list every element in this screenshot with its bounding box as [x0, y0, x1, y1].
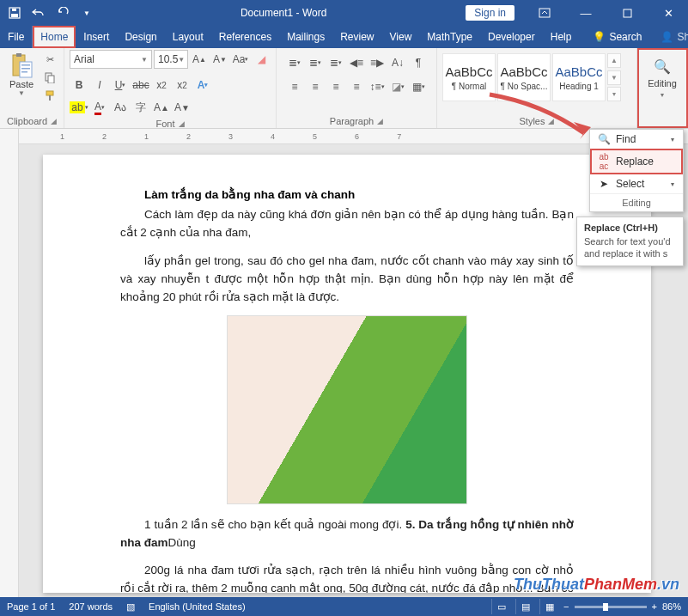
zoom-slider[interactable]	[575, 606, 647, 608]
quick-access-toolbar: ▼	[0, 3, 101, 22]
justify-button[interactable]: ≡	[347, 77, 366, 96]
tab-mathtype[interactable]: MathType	[419, 26, 480, 48]
status-words[interactable]: 207 words	[69, 601, 113, 612]
ribbon-options-icon[interactable]	[525, 0, 564, 26]
minimize-button[interactable]: —	[566, 0, 606, 26]
borders-button[interactable]: ▦▾	[409, 77, 428, 96]
doc-heading: Làm trắng da bằng nha đam và chanh	[120, 187, 574, 201]
multilevel-button[interactable]: ≣▾	[326, 53, 345, 72]
tab-design[interactable]: Design	[117, 26, 164, 48]
styles-up-button[interactable]: ▲	[607, 53, 621, 68]
svg-rect-8	[21, 64, 30, 66]
tab-layout[interactable]: Layout	[165, 26, 211, 48]
font-launcher-icon[interactable]: ◢	[179, 119, 185, 128]
line-spacing-button[interactable]: ↕≡▾	[368, 77, 387, 96]
text-effects-button[interactable]: A▾	[193, 76, 212, 95]
decrease-indent-button[interactable]: ◀≡	[347, 53, 366, 72]
tab-insert[interactable]: Insert	[76, 26, 117, 48]
chevron-down-icon: ▼	[178, 56, 185, 64]
status-language[interactable]: English (United States)	[149, 601, 246, 612]
shrink-font2-button[interactable]: A▼	[173, 98, 192, 117]
zoom-level[interactable]: 86%	[662, 601, 681, 612]
tab-review[interactable]: Review	[332, 26, 381, 48]
shrink-font-button[interactable]: A▼	[210, 50, 229, 69]
character-shading-button[interactable]: Aა	[111, 98, 130, 117]
styles-more-button[interactable]: ▾	[607, 87, 621, 101]
chevron-down-icon: ▼	[141, 56, 148, 64]
redo-icon[interactable]	[53, 3, 72, 22]
tab-view[interactable]: View	[382, 26, 420, 48]
align-center-button[interactable]: ≡	[306, 77, 325, 96]
save-icon[interactable]	[5, 3, 24, 22]
editing-dropdown-label: Editing	[590, 193, 683, 211]
web-layout-button[interactable]: ▦	[539, 599, 558, 614]
editing-dropdown: 🔍Find▾ abacReplace ➤Select▾ Editing	[589, 129, 684, 212]
search-help[interactable]: 💡Search	[584, 26, 650, 48]
tab-developer[interactable]: Developer	[480, 26, 543, 48]
change-case-button[interactable]: Aa▾	[231, 50, 250, 69]
strikethrough-button[interactable]: abc	[131, 76, 150, 95]
sort-button[interactable]: A↓	[388, 53, 407, 72]
tab-mailings[interactable]: Mailings	[279, 26, 332, 48]
tab-home[interactable]: Home	[33, 26, 76, 48]
select-menu-item[interactable]: ➤Select▾	[590, 174, 683, 193]
zoom-in-button[interactable]: +	[652, 601, 657, 612]
shading-button[interactable]: ◪▾	[388, 77, 407, 96]
scissors-icon: ✂	[46, 54, 54, 65]
grow-font-button[interactable]: A▲	[190, 50, 209, 69]
tab-help[interactable]: Help	[543, 26, 580, 48]
tab-references[interactable]: References	[211, 26, 279, 48]
bulb-icon: 💡	[593, 31, 606, 43]
italic-button[interactable]: I	[90, 76, 109, 95]
replace-icon: abac	[597, 152, 611, 171]
cut-button[interactable]: ✂	[41, 52, 58, 67]
status-spellcheck-icon[interactable]: ▧	[126, 601, 135, 613]
styles-down-button[interactable]: ▼	[607, 70, 621, 85]
svg-rect-2	[12, 9, 16, 11]
share-button[interactable]: 👤Share	[650, 26, 688, 48]
tab-file[interactable]: File	[0, 26, 33, 48]
font-color-button[interactable]: A▾	[90, 98, 109, 117]
numbering-button[interactable]: ≣▾	[306, 53, 325, 72]
align-left-button[interactable]: ≡	[285, 77, 304, 96]
undo-icon[interactable]	[29, 3, 48, 22]
format-painter-button[interactable]	[41, 88, 58, 103]
style-heading1[interactable]: AaBbCcHeading 1	[552, 53, 606, 101]
group-styles: AaBbCc¶ Normal AaBbCc¶ No Spac... AaBbCc…	[437, 48, 637, 128]
increase-indent-button[interactable]: ≡▶	[368, 53, 387, 72]
document-page[interactable]: Làm trắng da bằng nha đam và chanh Cách …	[43, 155, 651, 593]
svg-rect-13	[46, 91, 53, 95]
styles-launcher-icon[interactable]: ◢	[548, 117, 554, 125]
close-button[interactable]: ✕	[648, 0, 688, 26]
read-mode-button[interactable]: ▭	[491, 599, 510, 614]
style-normal[interactable]: AaBbCc¶ Normal	[442, 53, 496, 101]
copy-button[interactable]	[41, 70, 58, 85]
paste-button[interactable]: Paste ▼	[5, 50, 38, 97]
maximize-button[interactable]	[607, 0, 647, 26]
print-layout-button[interactable]: ▤	[515, 599, 534, 614]
font-size-combo[interactable]: 10.5▼	[154, 50, 188, 69]
zoom-out-button[interactable]: −	[563, 601, 569, 612]
clear-formatting-button[interactable]: ◢	[252, 50, 271, 69]
subscript-button[interactable]: x2	[152, 76, 171, 95]
style-nospacing[interactable]: AaBbCc¶ No Spac...	[497, 53, 551, 101]
find-menu-item[interactable]: 🔍Find▾	[590, 130, 683, 149]
show-marks-button[interactable]: ¶	[409, 53, 428, 72]
bold-button[interactable]: B	[70, 76, 88, 95]
bullets-button[interactable]: ≣▾	[285, 53, 304, 72]
status-page[interactable]: Page 1 of 1	[7, 601, 55, 612]
enclose-char-button[interactable]: 字	[131, 98, 150, 117]
clipboard-launcher-icon[interactable]: ◢	[51, 117, 57, 125]
paragraph-launcher-icon[interactable]: ◢	[377, 117, 383, 125]
superscript-button[interactable]: x2	[173, 76, 192, 95]
grow-font2-button[interactable]: A▲	[152, 98, 171, 117]
editing-button[interactable]: 🔍 Editing ▼	[642, 50, 682, 107]
bullets-icon: ≣	[289, 57, 297, 69]
highlight-button[interactable]: ab▾	[70, 98, 88, 117]
sign-in-button[interactable]: Sign in	[466, 5, 514, 21]
replace-menu-item[interactable]: abacReplace	[590, 149, 683, 174]
underline-button[interactable]: U▾	[111, 76, 130, 95]
qat-customize-icon[interactable]: ▼	[77, 3, 96, 22]
font-name-combo[interactable]: Arial▼	[70, 50, 152, 69]
align-right-button[interactable]: ≡	[326, 77, 345, 96]
